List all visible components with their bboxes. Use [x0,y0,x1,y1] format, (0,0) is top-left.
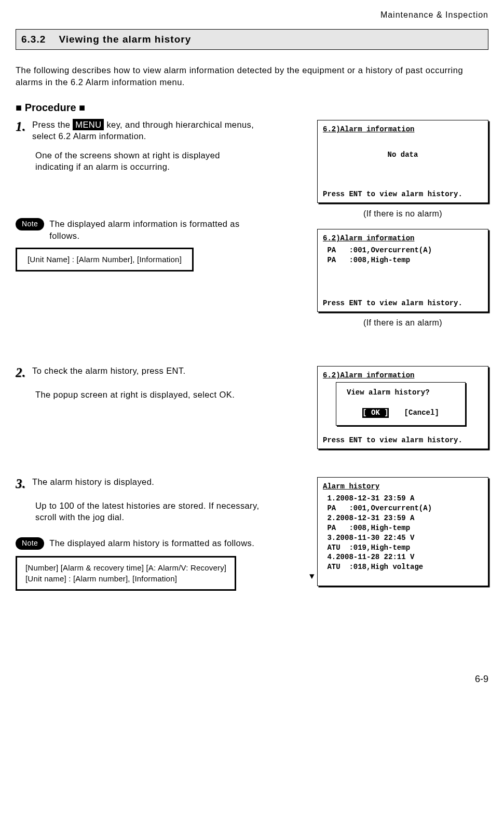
screen-title: 6.2)Alarm information [323,371,483,381]
screen-title: Alarm history [323,482,483,492]
screen-footer: Press ENT to view alarm history. [323,436,483,445]
breadcrumb: Maintenance & Inspection [16,10,488,20]
screen-popup: 6.2)Alarm information Press ENT to view … [317,366,488,449]
ok-button[interactable]: [ OK ] [362,408,388,418]
note-badge: Note [16,218,44,230]
screens-col-1: 6.2)Alarm information No data Press ENT … [270,118,488,338]
screen-body: PA :001,Overcurrent(A) PA :008,High-temp [323,246,483,298]
screen-footer: Press ENT to view alarm history. [323,189,483,199]
step-title: Press the MENU key, and through hierarch… [32,118,260,142]
section-number: 6.3.2 [21,34,46,45]
step-number: 3. [16,475,32,493]
screen-history: Alarm history 1.2008-12-31 23:59 A PA :0… [317,477,488,586]
page: Maintenance & Inspection 6.3.2 Viewing t… [0,0,504,695]
screens-col-2: 6.2)Alarm information Press ENT to view … [270,364,488,449]
note-text: The displayed alarm history is formatted… [49,537,254,549]
section-title: Viewing the alarm history [59,34,191,45]
screen-title: 6.2)Alarm information [323,234,483,243]
step-title: To check the alarm history, press ENT. [32,364,186,376]
format-box-1: [Unit Name] : [Alarm Number], [Informati… [16,248,194,272]
screen-with-alarm: 6.2)Alarm information PA :001,Overcurren… [317,229,488,312]
popup-message: View alarm history? [342,388,460,398]
screen-footer: Press ENT to view alarm history. [323,298,483,308]
format-box-2: [Number] [Alarm & recovery time] [A: Ala… [16,556,236,591]
note-1: Note The displayed alarm information is … [16,218,260,241]
format-box-text: [Unit Name] : [Alarm Number], [Informati… [18,250,191,269]
format-box-text: [Number] [Alarm & recovery time] [A: Ala… [18,559,234,588]
page-number: 6-9 [16,674,488,685]
step-number: 2. [16,364,32,382]
note-badge: Note [16,537,44,550]
step-subtext: Up to 100 of the latest histories are st… [16,500,260,523]
cancel-button[interactable]: [Cancel] [404,408,439,418]
intro-paragraph: The following describes how to view alar… [16,64,488,88]
step-3: 3. The alarm history is displayed. Up to… [16,475,488,591]
screen-caption: (If there is an alarm) [317,318,488,328]
step-subtext: One of the screens shown at right is dis… [16,150,260,173]
section-heading: 6.3.2 Viewing the alarm history [16,29,488,50]
step-1: 1. Press the MENU key, and through hiera… [16,118,488,338]
screen-body: 1.2008-12-31 23:59 A PA :001,Overcurrent… [323,494,483,582]
menu-key: MENU [73,119,104,130]
step-title: The alarm history is displayed. [32,475,154,487]
step-2: 2. To check the alarm history, press ENT… [16,364,488,449]
screen-no-alarm: 6.2)Alarm information No data Press ENT … [317,120,488,203]
note-2: Note The displayed alarm history is form… [16,537,260,550]
screen-body: No data [323,137,483,189]
scroll-down-icon: ▼ [309,572,315,583]
procedure-heading: ■ Procedure ■ [16,102,488,114]
confirm-popup: View alarm history? [ OK ] [Cancel] [336,382,466,426]
step-subtext: The popup screen at right is displayed, … [16,389,260,400]
screen-title: 6.2)Alarm information [323,125,483,134]
step-number: 1. [16,118,32,135]
note-text: The displayed alarm information is forma… [49,218,260,241]
screens-col-3: Alarm history 1.2008-12-31 23:59 A PA :0… [270,475,488,586]
screen-caption: (If there is no alarm) [317,209,488,219]
